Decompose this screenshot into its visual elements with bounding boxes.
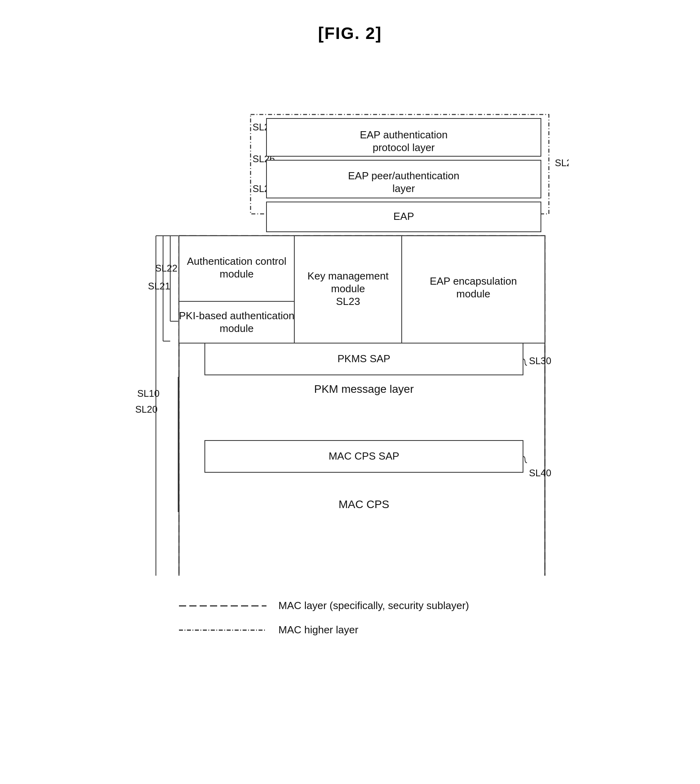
dashed-line-icon xyxy=(179,604,266,608)
legend-dashdot-label: MAC higher layer xyxy=(278,624,358,636)
mac-cps-label: MAC CPS xyxy=(338,498,389,510)
svg-text:module: module xyxy=(220,268,253,280)
pkm-message-label: PKM message layer xyxy=(314,383,414,395)
figure-title: [FIG. 2] xyxy=(318,24,382,43)
dashdot-line-icon xyxy=(179,628,266,632)
diagram-area: SL27 SL26 SL25 SL24 EAP authentication p… xyxy=(131,107,569,576)
page: [FIG. 2] SL27 SL26 SL25 SL24 EAP authent… xyxy=(0,0,700,784)
mac-cps-sap-label: MAC CPS SAP xyxy=(329,450,399,462)
svg-text:protocol layer: protocol layer xyxy=(373,142,435,153)
eap-label: EAP xyxy=(393,210,414,222)
key-mgmt-label: Key management xyxy=(307,270,389,282)
legend-dashdot: MAC higher layer xyxy=(179,624,569,636)
svg-text:module: module xyxy=(220,322,253,334)
sl30-label: SL30 xyxy=(529,355,551,366)
auth-control-label: Authentication control xyxy=(187,255,286,267)
legend-dashed: MAC layer (specifically, security sublay… xyxy=(179,600,569,612)
pki-auth-label: PKI-based authentication xyxy=(179,310,295,322)
sl21-label: SL21 xyxy=(148,281,170,291)
svg-text:layer: layer xyxy=(393,182,415,194)
eap-peer-label: EAP peer/authentication xyxy=(348,170,459,182)
sl22-label: SL22 xyxy=(155,263,177,274)
sl24-label: SL24 xyxy=(555,157,569,168)
diagram-svg: SL27 SL26 SL25 SL24 EAP authentication p… xyxy=(131,107,569,576)
svg-text:module: module xyxy=(331,283,365,295)
sl10-label: SL10 xyxy=(137,388,159,399)
legend-area: MAC layer (specifically, security sublay… xyxy=(131,600,569,636)
svg-text:module: module xyxy=(456,288,490,300)
eap-encap-label: EAP encapsulation xyxy=(430,275,517,287)
svg-text:SL23: SL23 xyxy=(336,295,360,307)
eap-auth-protocol-label: EAP authentication xyxy=(360,129,448,141)
sl20-label: SL20 xyxy=(135,404,158,415)
legend-dashed-label: MAC layer (specifically, security sublay… xyxy=(278,600,469,612)
pkms-sap-label: PKMS SAP xyxy=(338,353,391,365)
sl40-label: SL40 xyxy=(529,468,551,478)
